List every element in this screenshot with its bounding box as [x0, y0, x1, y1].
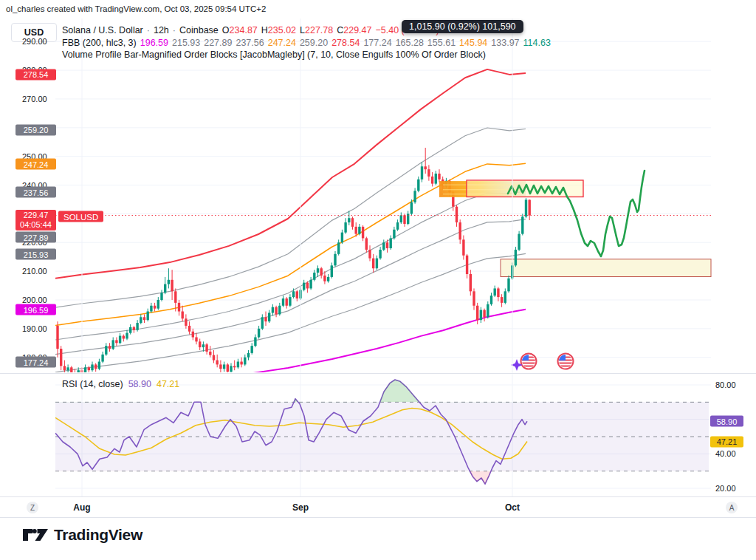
footer-separator	[0, 517, 756, 518]
price-axis-badge: 237.56	[16, 187, 56, 198]
price-axis-label: 290.00	[22, 37, 47, 46]
fbb-value: 237.56	[236, 38, 264, 48]
time-axis-month-label: Oct	[505, 502, 520, 513]
rsi-axis-badge: 58.90	[710, 416, 743, 427]
tradingview-logo[interactable]: TradingView	[22, 525, 142, 545]
economic-event-flag-icon[interactable]	[558, 354, 574, 369]
time-axis-month-label: Sep	[292, 502, 309, 513]
fbb-indicator-label: FBB (200, hlc3, 3)	[62, 38, 137, 48]
current-price-badge: 229.4704:05:44	[16, 210, 56, 231]
demand-zone	[501, 259, 711, 277]
tradingview-logo-text: TradingView	[54, 526, 142, 544]
rsi-value: 58.90	[128, 379, 151, 389]
measure-tooltip: 1,015.90 (0.92%) 101,590	[402, 20, 523, 33]
price-axis-badge: 227.89	[16, 232, 56, 243]
chart-canvas[interactable]	[0, 0, 756, 560]
ohlc-item: O234.87	[222, 25, 258, 35]
fbb-value: 278.54	[331, 38, 360, 48]
current-price-value: 229.47	[17, 211, 55, 220]
legend-separator: ·	[173, 25, 176, 35]
main-pane[interactable]	[55, 41, 711, 401]
price-axis-label: 270.00	[22, 95, 47, 103]
auto-scale-button[interactable]: A	[726, 502, 738, 513]
tradingview-logo-icon	[22, 525, 49, 545]
rsi-indicator-row[interactable]: RSI (14, close) 58.90 47.21	[62, 379, 179, 389]
rsi-ma-value: 47.21	[157, 379, 179, 389]
price-axis-label: 190.00	[22, 324, 47, 333]
rsi-axis-label: 20.00	[715, 484, 736, 493]
fbb-value: 196.59	[140, 38, 168, 48]
rsi-axis-badge: 47.21	[710, 436, 743, 447]
ohlc-item: H235.02	[261, 25, 296, 35]
candles	[56, 148, 506, 379]
price-axis-label: 200.00	[22, 296, 47, 304]
volume-profile-indicator-row[interactable]: Volume Profile Bar-Magnified Order Block…	[62, 49, 486, 60]
fbb-value: 227.89	[204, 38, 232, 48]
price-axis-badge: 278.54	[16, 69, 56, 80]
price-axis-label: 210.00	[22, 267, 47, 276]
fbb-band-line	[55, 128, 526, 307]
fbb-value: 145.94	[459, 38, 487, 48]
candles-front	[507, 198, 531, 293]
pane-separator[interactable]	[0, 373, 756, 374]
legend-separator: ·	[147, 25, 150, 35]
ohlc-item: L227.78	[300, 25, 333, 35]
price-axis-badge: 177.24	[16, 357, 56, 368]
rsi-label: RSI (14, close)	[62, 379, 123, 389]
symbol-legend-row[interactable]: Solana / U.S. Dollar · 12h · Coinbase O2…	[62, 25, 439, 35]
fbb-value: 133.97	[491, 38, 519, 48]
fbb-value: 114.63	[523, 38, 551, 48]
countdown-timer: 04:05:44	[17, 220, 55, 230]
time-axis-separator	[0, 496, 756, 497]
fbb-value: 177.24	[363, 38, 391, 48]
symbol-price-label: SOLUSD	[58, 211, 103, 222]
price-axis-badge: 215.93	[16, 249, 56, 260]
price-axis-badge: 259.20	[16, 124, 56, 135]
interval-label[interactable]: 12h	[154, 25, 169, 35]
fbb-value: 259.20	[300, 38, 328, 48]
exchange-label: Coinbase	[179, 25, 219, 35]
fbb-indicator-row[interactable]: FBB (200, hlc3, 3) 196.59215.93227.89237…	[62, 38, 551, 48]
fbb-value: 215.93	[172, 38, 200, 48]
fbb-indicator-values: 196.59215.93227.89237.56247.24259.20278.…	[140, 38, 551, 48]
tradingview-chart-page: ol_charles created with TradingView.com,…	[0, 0, 756, 560]
fbb-value: 247.24	[268, 38, 296, 48]
symbol-title: Solana / U.S. Dollar	[62, 25, 143, 35]
rsi-axis-label: 80.00	[715, 380, 736, 389]
price-axis-badge: 196.59	[16, 304, 56, 315]
time-axis-month-label: Aug	[73, 502, 90, 513]
ohlc-item: C229.47	[337, 25, 371, 35]
ohlc-values: O234.87H235.02L227.78C229.47	[222, 25, 372, 35]
price-axis-badge: 247.24	[16, 159, 56, 170]
timezone-button[interactable]: Z	[27, 502, 38, 513]
volume-profile-label: Volume Profile Bar-Magnified Order Block…	[62, 49, 486, 60]
fbb-band-line	[55, 69, 526, 279]
economic-event-flag-icon[interactable]	[521, 354, 537, 369]
rsi-axis-label: 40.00	[715, 449, 736, 458]
fbb-value: 155.61	[427, 38, 456, 48]
fbb-value: 165.28	[396, 38, 424, 48]
